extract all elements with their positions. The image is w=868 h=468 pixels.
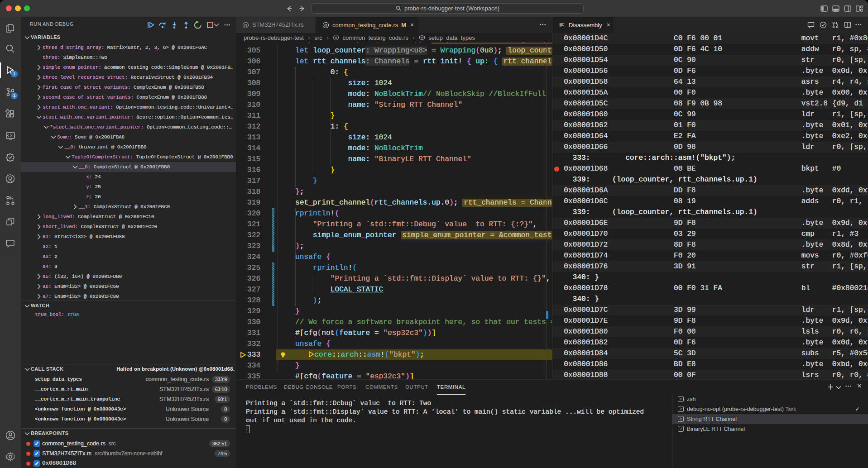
svg-text:R: R [335, 36, 338, 40]
svg-text:R: R [244, 23, 247, 28]
svg-text:R: R [324, 23, 327, 28]
